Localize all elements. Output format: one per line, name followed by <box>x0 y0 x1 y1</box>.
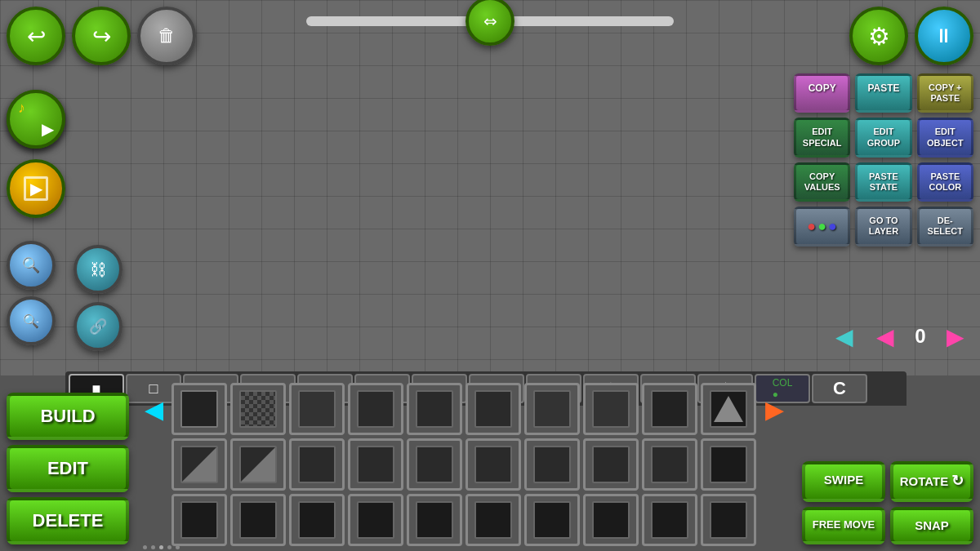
free-move-button[interactable]: Free Move <box>802 507 885 544</box>
play-test-button[interactable]: ▶ <box>7 159 65 218</box>
grid-item[interactable] <box>289 438 345 491</box>
grid-item[interactable] <box>466 383 521 435</box>
paste-state-button[interactable]: Paste State <box>855 162 911 202</box>
go-to-layer-button[interactable]: Go To Layer <box>855 207 911 246</box>
tab-c[interactable]: C <box>812 374 867 403</box>
layer-nav: ◀ ◀ 0 ▶ <box>826 318 973 354</box>
layer-prev2-button[interactable]: ◀ <box>867 318 903 354</box>
right-action-buttons: Swipe Rotate ↻ Free Move Snap <box>802 461 973 544</box>
grid-item[interactable] <box>701 494 756 546</box>
slider-container: ⇔ <box>306 16 674 26</box>
scroll-dot <box>143 545 147 549</box>
build-button[interactable]: Build <box>7 393 129 440</box>
delete-mode-button[interactable]: Delete <box>7 497 129 544</box>
grid-item[interactable] <box>466 494 521 546</box>
edit-special-button[interactable]: Edit Special <box>794 118 850 157</box>
slider-track[interactable]: ⇔ <box>306 16 674 26</box>
top-left-toolbar: ↩ ↪ 🗑 <box>7 7 196 65</box>
grid-item[interactable] <box>172 494 227 546</box>
edit-object-button[interactable]: Edit Object <box>917 118 973 157</box>
swipe-button[interactable]: Swipe <box>802 461 885 502</box>
top-right-toolbar: ⚙ ⏸ <box>849 7 973 65</box>
grid-item[interactable] <box>289 494 345 546</box>
music-play-button[interactable]: ♪ ▶ <box>7 90 65 149</box>
scroll-dot <box>167 545 172 549</box>
copy-button[interactable]: Copy <box>794 73 850 113</box>
build-grid: ◀ ▶ <box>139 383 808 546</box>
grid-item[interactable] <box>230 438 286 491</box>
copy-paste-button[interactable]: Copy + Paste <box>917 73 973 113</box>
zoom-in-button[interactable]: 🔍 <box>7 241 56 290</box>
grid-item[interactable] <box>524 383 580 435</box>
redo-button[interactable]: ↪ <box>72 7 131 65</box>
paste-color-button[interactable]: Paste Color <box>917 162 973 202</box>
grid-item[interactable] <box>583 494 639 546</box>
grid-item[interactable] <box>701 383 756 435</box>
scroll-dot <box>151 545 155 549</box>
grid-item[interactable] <box>348 438 403 491</box>
snap-button[interactable]: Snap <box>890 507 973 544</box>
grid-item[interactable] <box>172 438 227 491</box>
zoom-buttons: 🔍 🔍- <box>7 241 56 345</box>
grid-item[interactable] <box>230 383 286 435</box>
layer-prev-button[interactable]: ◀ <box>826 318 862 354</box>
edit-group-button[interactable]: Edit Group <box>855 118 911 157</box>
grid-item[interactable] <box>407 494 462 546</box>
grid-item[interactable] <box>407 438 462 491</box>
layer-number: 0 <box>908 325 933 348</box>
link-buttons: ⛓ 🔗 <box>74 245 122 351</box>
grid-item[interactable] <box>583 383 639 435</box>
grid-item[interactable] <box>701 438 756 491</box>
scroll-dot <box>176 545 180 549</box>
grid-item[interactable] <box>348 494 403 546</box>
scroll-dots <box>143 545 180 549</box>
color-button[interactable]: ● ● ● <box>794 207 850 246</box>
edit-mode-button[interactable]: Edit <box>7 445 129 492</box>
grid-item[interactable] <box>642 438 697 491</box>
zoom-out-button[interactable]: 🔍- <box>7 296 56 345</box>
grid-item[interactable] <box>348 383 403 435</box>
grid-item[interactable] <box>466 438 521 491</box>
scroll-dot <box>159 545 163 549</box>
rotate-button[interactable]: Rotate ↻ <box>890 461 973 502</box>
undo-button[interactable]: ↩ <box>7 7 65 65</box>
link-button[interactable]: ⛓ <box>74 245 122 294</box>
pause-button[interactable]: ⏸ <box>915 7 973 65</box>
action-buttons: Build Edit Delete <box>7 393 133 544</box>
link2-button[interactable]: 🔗 <box>74 302 122 351</box>
grid-item[interactable] <box>289 383 345 435</box>
paste-button[interactable]: Paste <box>855 73 911 113</box>
grid-item[interactable] <box>407 383 462 435</box>
right-edit-panel: Copy Paste Copy + Paste Edit Special Edi… <box>794 73 973 247</box>
grid-item[interactable] <box>642 383 697 435</box>
layer-next-button[interactable]: ▶ <box>938 318 973 354</box>
settings-button[interactable]: ⚙ <box>849 7 908 65</box>
grid-item[interactable] <box>583 438 639 491</box>
deselect-button[interactable]: De- Select <box>917 207 973 246</box>
grid-item[interactable] <box>172 383 227 435</box>
grid-prev-arrow[interactable]: ◀ <box>139 394 168 424</box>
grid-item[interactable] <box>524 494 580 546</box>
copy-values-button[interactable]: Copy Values <box>794 162 850 202</box>
grid-next-arrow[interactable]: ▶ <box>760 394 789 424</box>
grid-item[interactable] <box>524 438 580 491</box>
grid-item[interactable] <box>230 494 286 546</box>
grid-item[interactable] <box>642 494 697 546</box>
delete-button[interactable]: 🗑 <box>137 7 196 65</box>
